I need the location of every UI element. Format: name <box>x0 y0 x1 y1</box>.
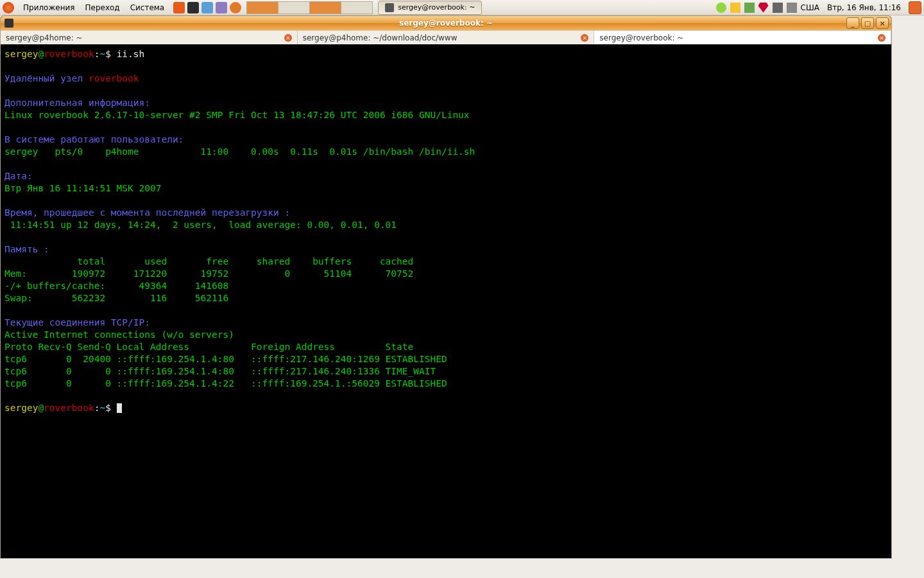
tab-label: sergey@p4home: ~/download/doc/www <box>303 33 458 42</box>
terminal-launcher-icon[interactable] <box>187 2 199 13</box>
terminal-icon <box>385 3 394 12</box>
tab-close-icon[interactable]: × <box>284 34 292 42</box>
minimize-button[interactable]: _ <box>846 17 859 29</box>
prompt-sym: $ <box>105 403 116 413</box>
prompt-user: sergey <box>4 403 38 413</box>
prompt-at: @ <box>38 49 44 59</box>
maximize-button[interactable]: ▢ <box>861 17 874 29</box>
terminal-tab-bar: sergey@p4home: ~ × sergey@p4home: ~/down… <box>1 30 891 46</box>
mem-row-buffers: -/+ buffers/cache: 49364 141608 <box>4 281 228 291</box>
command-text: ii.sh <box>117 49 145 59</box>
network-tray-icon[interactable] <box>787 3 797 13</box>
shutdown-icon[interactable] <box>909 1 921 14</box>
section-info-label: Дополнительная информация: <box>4 98 150 108</box>
section-users-label: В системе работают пользователи: <box>4 134 184 144</box>
prompt-cwd: ~ <box>99 403 105 413</box>
netstat-line-4: tcp6 0 0 ::ffff:169.254.1.4:22 ::ffff:16… <box>4 378 447 389</box>
section-remote-label: Удалённый узел <box>4 73 89 83</box>
terminal-tab-1[interactable]: sergey@p4home: ~/download/doc/www × <box>298 31 595 45</box>
close-button[interactable]: × <box>876 17 889 29</box>
pidgin-launcher-icon[interactable] <box>216 2 227 13</box>
tab-close-icon[interactable]: × <box>581 34 588 42</box>
window-app-icon <box>4 19 13 28</box>
terminal-tab-0[interactable]: sergey@p4home: ~ × <box>1 31 298 45</box>
prompt-host: roverbook <box>44 403 94 413</box>
menu-applications[interactable]: Приложения <box>18 0 80 15</box>
section-tcp-label: Текущие соединения TCP/IP: <box>4 317 150 328</box>
titlebar[interactable]: sergey@roverbook: ~ _ ▢ × <box>1 16 891 30</box>
tab-label: sergey@p4home: ~ <box>6 33 83 42</box>
terminal-viewport[interactable]: sergey@roverbook:~$ ii.sh Удалённый узел… <box>1 44 891 558</box>
who-output: sergey pts/0 p4home 11:00 0.00s 0.11s 0.… <box>4 146 475 157</box>
firefox-launcher-icon[interactable] <box>230 2 241 13</box>
section-date-label: Дата: <box>4 171 33 181</box>
uptime-output: 11:14:51 up 12 days, 14:24, 2 users, loa… <box>4 220 397 230</box>
show-desktop-icon[interactable] <box>173 2 185 13</box>
cursor <box>117 403 122 413</box>
help-launcher-icon[interactable] <box>201 2 213 13</box>
netstat-line-0: Active Internet connections (w/o servers… <box>4 329 234 340</box>
prompt-cwd: ~ <box>99 49 105 59</box>
netstat-line-3: tcp6 0 0 ::ffff:169.254.1.4:80 ::ffff:21… <box>4 366 436 376</box>
section-memory-label: Память : <box>4 244 49 254</box>
terminal-window: sergey@roverbook: ~ _ ▢ × sergey@p4home:… <box>0 15 892 559</box>
prompt-at: @ <box>38 403 44 413</box>
gem-tray-icon[interactable] <box>758 3 769 13</box>
notification-area: США Втр, 16 Янв, 11:16 <box>716 1 921 14</box>
mem-header: total used free shared buffers cached <box>4 256 413 267</box>
tab-label: sergey@roverbook: ~ <box>599 33 683 42</box>
section-uptime-label: Время, прошедшее с момента последней пер… <box>4 207 290 218</box>
netstat-line-2: tcp6 0 20400 ::ffff:169.254.1.4:80 ::fff… <box>4 354 447 364</box>
window-list: sergey@roverbook: ~ <box>378 1 482 15</box>
keyboard-layout-indicator[interactable]: США <box>801 3 819 12</box>
remote-host-value: roverbook <box>89 73 139 83</box>
menu-places[interactable]: Переход <box>80 0 125 15</box>
distributor-logo-icon[interactable] <box>3 2 14 13</box>
workspace-switcher[interactable] <box>246 1 373 14</box>
tab-close-icon[interactable]: × <box>878 34 886 42</box>
volume-tray-icon[interactable] <box>773 3 783 13</box>
clock[interactable]: Втр, 16 Янв, 11:16 <box>823 3 905 12</box>
gnome-top-panel: Приложения Переход Система sergey@roverb… <box>0 0 924 15</box>
prompt-host: roverbook <box>44 49 94 59</box>
status-tray-icon[interactable] <box>730 3 740 13</box>
launcher-tray <box>173 2 241 13</box>
terminal-tab-2[interactable]: sergey@roverbook: ~ × <box>594 31 891 46</box>
date-output: Втр Янв 16 11:14:51 MSK 2007 <box>4 183 161 193</box>
update-tray-icon[interactable] <box>744 3 755 13</box>
mem-row-swap: Swap: 562232 116 562116 <box>4 293 228 303</box>
window-title: sergey@roverbook: ~ <box>1 19 891 28</box>
mem-row-mem: Mem: 190972 171220 19752 0 51104 70752 <box>4 268 413 279</box>
prompt-sym: $ <box>105 49 116 59</box>
menu-system[interactable]: Система <box>125 0 170 15</box>
netstat-line-1: Proto Recv-Q Send-Q Local Address Foreig… <box>4 342 413 352</box>
task-label: sergey@roverbook: ~ <box>398 3 475 12</box>
skype-tray-icon[interactable] <box>716 3 726 13</box>
uname-output: Linux roverbook 2.6.17-10-server #2 SMP … <box>4 110 470 120</box>
task-button-terminal[interactable]: sergey@roverbook: ~ <box>378 1 482 15</box>
prompt-user: sergey <box>4 49 38 59</box>
